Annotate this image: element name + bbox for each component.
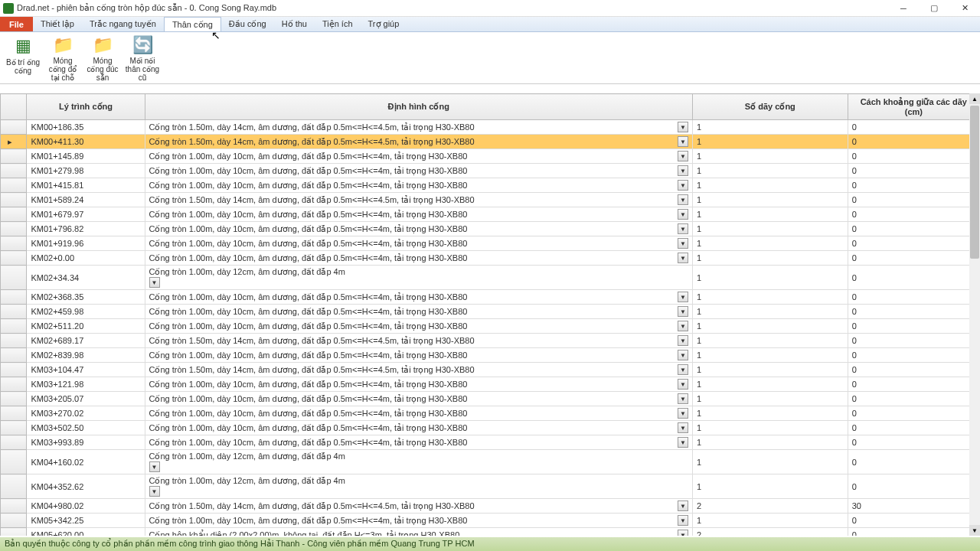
table-row[interactable]: KM02+839.98Cống tròn 1.00m, dày 10cm, âm… <box>1 348 980 363</box>
cell-so[interactable]: 1 <box>693 222 848 236</box>
table-row[interactable]: KM05+342.25Cống tròn 1.00m, dày 10cm, âm… <box>1 514 980 528</box>
ribbon-item-0[interactable]: ▦Bố trí ống cống <box>3 34 43 82</box>
vertical-scrollbar[interactable]: ▲ ▼ <box>969 93 980 536</box>
cell-dh[interactable]: Cống tròn 1.00m, dày 10cm, âm dương, đất… <box>145 251 693 266</box>
cell-so[interactable]: 1 <box>693 251 848 266</box>
row-header[interactable] <box>1 514 27 528</box>
cell-ly[interactable]: KM02+34.34 <box>27 266 145 290</box>
dropdown-icon[interactable]: ▼ <box>678 350 688 360</box>
table-row[interactable]: KM03+270.02Cống tròn 1.00m, dày 10cm, âm… <box>1 406 980 421</box>
cell-ly[interactable]: KM01+919.96 <box>27 236 145 251</box>
row-header[interactable] <box>1 528 27 536</box>
table-row[interactable]: KM02+459.98Cống tròn 1.00m, dày 10cm, âm… <box>1 305 980 319</box>
cell-so[interactable]: 1 <box>693 435 848 450</box>
table-row[interactable]: KM02+34.34Cống tròn 1.00m, dày 12cm, âm … <box>1 266 980 290</box>
cell-so[interactable]: 1 <box>693 377 848 392</box>
row-header[interactable] <box>1 392 27 406</box>
dropdown-icon[interactable]: ▼ <box>678 335 688 346</box>
cell-ck[interactable]: 0 <box>848 474 979 499</box>
maximize-button[interactable]: ▢ <box>919 0 949 17</box>
cell-so[interactable]: 1 <box>693 207 848 222</box>
menu-tab-6[interactable]: Trợ giúp <box>361 17 407 31</box>
col-header-ck[interactable]: Cách khoảng giữa các dãy (cm) <box>848 94 979 120</box>
cell-ck[interactable]: 0 <box>848 305 979 319</box>
row-header[interactable] <box>1 305 27 319</box>
cell-ly[interactable]: KM04+352.62 <box>27 474 145 499</box>
dropdown-icon[interactable]: ▼ <box>678 422 688 433</box>
cell-so[interactable]: 1 <box>693 236 848 251</box>
cell-ly[interactable]: KM02+511.20 <box>27 319 145 334</box>
minimize-button[interactable]: ─ <box>888 0 919 17</box>
cell-ck[interactable]: 0 <box>848 149 979 164</box>
table-row[interactable]: KM03+104.47Cống tròn 1.50m, dày 14cm, âm… <box>1 363 980 377</box>
dropdown-icon[interactable]: ▼ <box>149 461 160 472</box>
table-row[interactable]: KM01+415.81Cống tròn 1.00m, dày 10cm, âm… <box>1 178 980 193</box>
ribbon-item-2[interactable]: 📁Móng cống đúc sẵn <box>83 34 122 82</box>
cell-ly[interactable]: KM00+411.30 <box>27 135 145 149</box>
cell-dh[interactable]: Cống tròn 1.00m, dày 10cm, âm dương, đất… <box>145 392 693 406</box>
ribbon-item-1[interactable]: 📁Móng cống đổ tại chỗ <box>43 34 83 82</box>
table-row[interactable]: KM01+589.24Cống tròn 1.50m, dày 14cm, âm… <box>1 193 980 207</box>
cell-ck[interactable]: 0 <box>848 334 979 348</box>
dropdown-icon[interactable]: ▼ <box>678 292 688 302</box>
cell-ck[interactable]: 0 <box>848 251 979 266</box>
cell-dh[interactable]: Cống tròn 1.00m, dày 10cm, âm dương, đất… <box>145 236 693 251</box>
cell-ly[interactable]: KM02+459.98 <box>27 305 145 319</box>
table-row[interactable]: KM01+279.98Cống tròn 1.00m, dày 10cm, âm… <box>1 164 980 178</box>
cell-dh[interactable]: Cống tròn 1.50m, dày 14cm, âm dương, đất… <box>145 193 693 207</box>
cell-dh[interactable]: Cống tròn 1.00m, dày 10cm, âm dương, đất… <box>145 435 693 450</box>
scroll-down-button[interactable]: ▼ <box>969 525 980 536</box>
cell-so[interactable]: 1 <box>693 421 848 435</box>
cell-so[interactable]: 1 <box>693 450 848 474</box>
table-row[interactable]: KM01+919.96Cống tròn 1.00m, dày 10cm, âm… <box>1 236 980 251</box>
menu-tab-1[interactable]: Trắc ngang tuyến <box>82 17 164 31</box>
col-header-dh[interactable]: Định hình cống <box>145 94 693 120</box>
table-row[interactable]: KM03+121.98Cống tròn 1.00m, dày 10cm, âm… <box>1 377 980 392</box>
dropdown-icon[interactable]: ▼ <box>678 253 688 263</box>
row-header[interactable] <box>1 222 27 236</box>
cell-ly[interactable]: KM03+270.02 <box>27 406 145 421</box>
dropdown-icon[interactable]: ▼ <box>678 151 688 161</box>
cell-ly[interactable]: KM05+620.00 <box>27 528 145 536</box>
cell-ly[interactable]: KM04+980.02 <box>27 499 145 514</box>
dropdown-icon[interactable]: ▼ <box>678 408 688 419</box>
row-header[interactable] <box>1 236 27 251</box>
cell-ly[interactable]: KM02+839.98 <box>27 348 145 363</box>
row-header[interactable] <box>1 421 27 435</box>
row-header[interactable] <box>1 435 27 450</box>
cell-so[interactable]: 2 <box>693 528 848 536</box>
cell-dh[interactable]: Cống tròn 1.00m, dày 10cm, âm dương, đất… <box>145 348 693 363</box>
row-header[interactable] <box>1 334 27 348</box>
row-header[interactable] <box>1 164 27 178</box>
scroll-thumb[interactable] <box>970 106 979 259</box>
cell-ly[interactable]: KM01+589.24 <box>27 193 145 207</box>
cell-so[interactable]: 1 <box>693 290 848 305</box>
cell-ly[interactable]: KM03+121.98 <box>27 377 145 392</box>
menu-tab-0[interactable]: Thiết lập <box>33 17 82 31</box>
cell-so[interactable]: 1 <box>693 178 848 193</box>
row-header[interactable] <box>1 363 27 377</box>
cell-ck[interactable]: 0 <box>848 164 979 178</box>
cell-dh[interactable]: Cống tròn 1.50m, dày 14cm, âm dương, đất… <box>145 363 693 377</box>
cell-so[interactable]: 1 <box>693 164 848 178</box>
cell-dh[interactable]: Cống tròn 1.00m, dày 10cm, âm dương, đất… <box>145 421 693 435</box>
dropdown-icon[interactable]: ▼ <box>678 209 688 220</box>
dropdown-icon[interactable]: ▼ <box>678 515 688 526</box>
table-row[interactable]: KM00+186.35Cống tròn 1.50m, dày 14cm, âm… <box>1 120 980 135</box>
cell-so[interactable]: 1 <box>693 319 848 334</box>
cell-dh[interactable]: Cống tròn 1.00m, dày 10cm, âm dương, đất… <box>145 290 693 305</box>
cell-so[interactable]: 1 <box>693 406 848 421</box>
cell-so[interactable]: 1 <box>693 474 848 499</box>
row-header[interactable] <box>1 377 27 392</box>
table-row[interactable]: KM02+368.35Cống tròn 1.00m, dày 10cm, âm… <box>1 290 980 305</box>
cell-ck[interactable]: 0 <box>848 406 979 421</box>
table-row[interactable]: KM04+352.62Cống tròn 1.00m, dày 12cm, âm… <box>1 474 980 499</box>
cell-dh[interactable]: Cống tròn 1.00m, dày 10cm, âm dương, đất… <box>145 319 693 334</box>
dropdown-icon[interactable]: ▼ <box>678 122 688 132</box>
cell-dh[interactable]: Cống tròn 1.50m, dày 14cm, âm dương, đất… <box>145 334 693 348</box>
close-button[interactable]: ✕ <box>949 0 980 17</box>
col-header-ly[interactable]: Lý trình cống <box>27 94 145 120</box>
row-header[interactable] <box>1 135 27 149</box>
cell-so[interactable]: 1 <box>693 120 848 135</box>
cell-so[interactable]: 1 <box>693 266 848 290</box>
